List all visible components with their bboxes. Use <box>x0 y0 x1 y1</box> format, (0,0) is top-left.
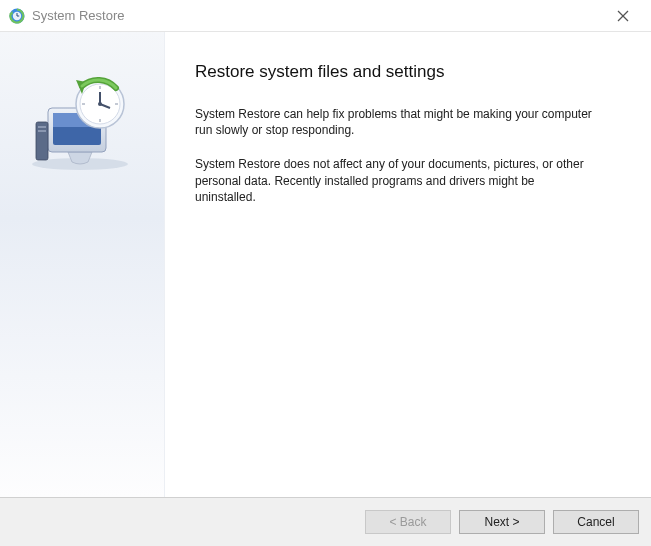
cancel-button[interactable]: Cancel <box>553 510 639 534</box>
wizard-footer: < Back Next > Cancel <box>0 498 651 546</box>
titlebar: System Restore <box>0 0 651 32</box>
system-restore-icon <box>8 7 26 25</box>
window-title: System Restore <box>32 8 603 23</box>
svg-point-22 <box>98 102 102 106</box>
svg-rect-12 <box>38 126 46 128</box>
back-button: < Back <box>365 510 451 534</box>
wizard-sidebar <box>0 32 165 497</box>
intro-paragraph-1: System Restore can help fix problems tha… <box>195 106 595 138</box>
intro-paragraph-2: System Restore does not affect any of yo… <box>195 156 595 205</box>
system-restore-graphic-icon <box>20 161 140 175</box>
next-button[interactable]: Next > <box>459 510 545 534</box>
close-button[interactable] <box>603 2 643 30</box>
wizard-main: Restore system files and settings System… <box>165 32 651 497</box>
wizard-content: Restore system files and settings System… <box>0 32 651 498</box>
page-heading: Restore system files and settings <box>195 62 621 82</box>
svg-rect-13 <box>38 130 46 132</box>
